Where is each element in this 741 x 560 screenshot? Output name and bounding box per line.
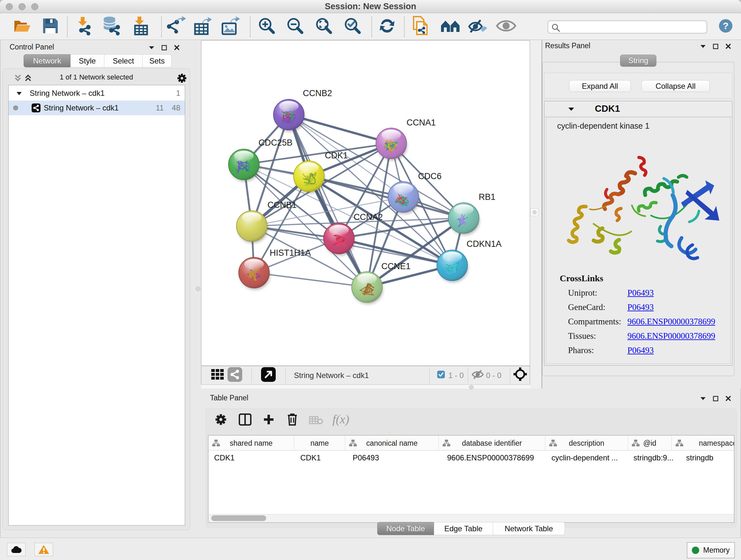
export-table-icon[interactable]: [193, 16, 212, 37]
column-header-canonical-name[interactable]: canonical name: [345, 435, 439, 450]
node-label: CDKN1A: [467, 239, 502, 249]
split-table-icon[interactable]: [239, 414, 252, 427]
refresh-icon[interactable]: [378, 17, 396, 36]
vertical-splitter[interactable]: [530, 40, 542, 388]
tree-expand-icon[interactable]: [16, 91, 22, 96]
tab-string[interactable]: String: [620, 55, 657, 67]
column-header--id[interactable]: @id: [628, 435, 672, 450]
network-collection-row[interactable]: String Network – cdk1 1: [9, 86, 185, 101]
collapse-panel-icon[interactable]: [700, 44, 706, 48]
column-header-shared-name[interactable]: shared name: [208, 435, 294, 450]
zoom-out-icon[interactable]: [286, 17, 305, 37]
table-cell-database-identifier[interactable]: 9606.ENSP00000378699: [447, 450, 545, 465]
crosslink-row: Pharos:P06493: [568, 346, 724, 360]
search-box: [548, 20, 707, 34]
zoom-selected-icon[interactable]: [343, 17, 362, 37]
node-HIST1H1A[interactable]: HIST1H1A: [239, 248, 311, 290]
crosslink-link[interactable]: P06493: [627, 288, 654, 298]
save-session-icon[interactable]: [42, 17, 59, 36]
tab-edge-table[interactable]: Edge Table: [434, 522, 493, 535]
cloud-button[interactable]: [7, 543, 25, 556]
table-cell-namespace[interactable]: stringdb: [686, 450, 734, 465]
import-network-from-file-icon[interactable]: [74, 16, 93, 37]
horizontal-splitter[interactable]: [201, 385, 530, 388]
help-icon[interactable]: ?: [718, 18, 733, 35]
open-in-new-window-icon[interactable]: [261, 367, 276, 383]
network-canvas[interactable]: CCNB2CCNA1CDC25BCDK1CDC6RB1CCNB1CCNA2CDK…: [201, 40, 530, 366]
birds-eye-view-icon[interactable]: [513, 367, 527, 382]
table-cell--id[interactable]: stringdb:9...: [633, 450, 672, 465]
tab-style[interactable]: Style: [71, 54, 105, 67]
close-panel-icon[interactable]: [725, 395, 731, 401]
table-cell-shared-name[interactable]: CDK1: [214, 450, 294, 465]
export-network-icon[interactable]: [166, 16, 186, 37]
column-header-namespace[interactable]: namespace: [672, 435, 734, 450]
close-panel-icon[interactable]: [725, 44, 731, 49]
import-table-from-file-icon[interactable]: [132, 16, 149, 37]
export-image-icon[interactable]: [220, 16, 240, 37]
node-CDC25B[interactable]: CDC25B: [228, 138, 293, 182]
column-header-database-identifier[interactable]: database identifier: [439, 435, 545, 450]
zoom-fit-icon[interactable]: [315, 17, 333, 37]
node-RB1[interactable]: RB1: [448, 192, 495, 235]
float-panel-icon[interactable]: [161, 45, 167, 51]
float-panel-icon[interactable]: [713, 396, 718, 401]
zoom-in-icon[interactable]: [258, 17, 276, 37]
hidden-eye-icon[interactable]: [471, 369, 484, 381]
collapse-all-button[interactable]: Collapse All: [642, 80, 710, 92]
network-row[interactable]: String Network – cdk1 11 48: [9, 101, 185, 115]
float-panel-icon[interactable]: [713, 44, 718, 49]
network-options-gear-icon[interactable]: [177, 73, 187, 83]
delete-column-icon[interactable]: [286, 413, 298, 428]
edge-HIST1H1A-CCNE1[interactable]: [254, 273, 367, 287]
collapse-gene-icon[interactable]: [568, 107, 575, 111]
table-row[interactable]: CDK1CDK1P064939606.ENSP00000378699cyclin…: [208, 450, 734, 465]
scrollbar-thumb[interactable]: [211, 515, 266, 521]
crosslink-link[interactable]: P06493: [627, 302, 654, 312]
import-network-from-database-icon[interactable]: [101, 16, 121, 37]
edge-CDK1-RB1[interactable]: [309, 176, 464, 218]
search-input[interactable]: [562, 22, 703, 32]
edge-CCNB2-CCNE1[interactable]: [289, 115, 367, 287]
node-CCNA1[interactable]: CCNA1: [376, 118, 436, 161]
node-CCNB1[interactable]: CCNB1: [237, 200, 297, 243]
table-panel-title: Table Panel: [210, 394, 248, 402]
crosslink-label: Pharos:: [568, 346, 594, 355]
close-panel-icon[interactable]: [174, 45, 180, 51]
splitter-handle[interactable]: [531, 208, 538, 216]
memory-button[interactable]: Memory: [687, 542, 735, 558]
collapse-panel-icon[interactable]: [700, 396, 706, 400]
expand-all-button[interactable]: Expand All: [569, 80, 631, 92]
tab-node-table[interactable]: Node Table: [377, 522, 434, 535]
column-header-name[interactable]: name: [294, 435, 345, 450]
table-cell-description[interactable]: cyclin-dependent ...: [551, 450, 628, 465]
tab-network[interactable]: Network: [23, 54, 71, 67]
show-all-icon[interactable]: [495, 19, 517, 34]
add-column-icon[interactable]: [263, 414, 275, 427]
share-view-icon[interactable]: [227, 367, 242, 383]
column-header-description[interactable]: description: [545, 435, 628, 450]
warnings-button[interactable]: [35, 543, 53, 556]
node-CCNE1[interactable]: CCNE1: [352, 261, 411, 304]
collapse-panel-icon[interactable]: [149, 46, 154, 50]
grid-view-icon[interactable]: [211, 368, 224, 382]
table-settings-gear-icon[interactable]: [215, 414, 227, 427]
table-cell-canonical-name[interactable]: P06493: [353, 450, 439, 465]
gene-section-header[interactable]: CDK1: [544, 101, 732, 117]
hide-selected-icon[interactable]: [468, 17, 488, 36]
horizontal-scrollbar[interactable]: [209, 514, 734, 522]
selected-nodes-checkbox-icon[interactable]: [437, 371, 445, 380]
splitter-handle[interactable]: [196, 287, 200, 291]
crosslink-row: GeneCard:P06493: [568, 302, 724, 317]
crosslink-link[interactable]: P06493: [627, 346, 654, 355]
crosslink-link[interactable]: 9606.ENSP00000378699: [627, 331, 715, 341]
first-neighbors-icon[interactable]: [441, 18, 461, 35]
table-cell-name[interactable]: CDK1: [300, 450, 345, 465]
tab-sets[interactable]: Sets: [143, 54, 172, 67]
crosslink-link[interactable]: 9606.ENSP00000378699: [627, 317, 715, 327]
copy-network-icon[interactable]: [412, 16, 429, 37]
open-file-icon[interactable]: [13, 17, 31, 36]
node-CDKN1A[interactable]: CDKN1A: [437, 239, 502, 283]
tab-network-table[interactable]: Network Table: [493, 522, 565, 535]
tab-select[interactable]: Select: [105, 54, 143, 67]
